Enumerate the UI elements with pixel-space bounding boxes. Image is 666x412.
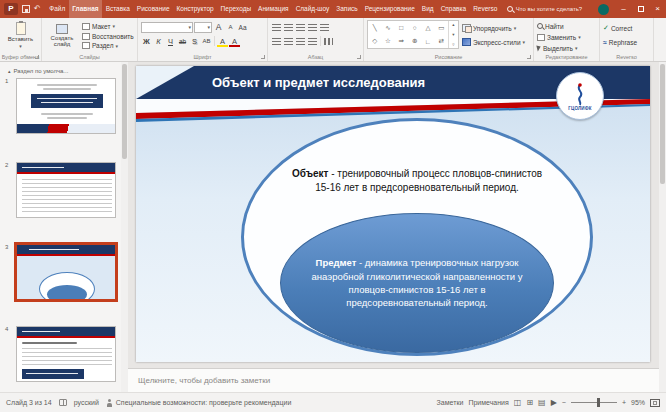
increase-indent-button[interactable]	[307, 21, 318, 33]
zoom-in-button[interactable]: +	[622, 399, 626, 406]
section-button[interactable]: Раздел ▾	[82, 41, 134, 50]
shape-plus-icon[interactable]: ⊕	[412, 37, 417, 45]
shape-arrow-icon[interactable]: ⇒	[399, 37, 404, 45]
shape-star-icon[interactable]: ☆	[385, 37, 391, 45]
tab-design[interactable]: Конструктор	[173, 0, 217, 18]
fit-to-window-icon[interactable]	[650, 399, 660, 407]
reverso-rephrase-button[interactable]: ≈ Rephrase	[603, 37, 650, 47]
zoom-slider[interactable]	[571, 402, 617, 403]
object-ellipse[interactable]: Объект - тренировочный процесс пловцов-с…	[241, 118, 593, 356]
tab-record[interactable]: Запись	[333, 0, 361, 18]
slide-canvas[interactable]: Объект и предмет исследования ГЦОЛИФК Об…	[136, 66, 650, 362]
font-name-select[interactable]: ▾	[141, 22, 193, 33]
decrease-font-button[interactable]: А	[225, 21, 236, 33]
bullets-button[interactable]	[271, 21, 282, 33]
gallery-down-icon[interactable]: ▾	[452, 32, 454, 37]
slide-scrollbar[interactable]	[659, 62, 666, 392]
tab-file[interactable]: Файл	[46, 0, 69, 18]
tab-insert[interactable]: Вставка	[102, 0, 133, 18]
paste-button[interactable]: Вставить ▾	[3, 20, 38, 50]
minimize-button[interactable]: –	[615, 0, 632, 18]
shape-angle-icon[interactable]: ∟	[425, 38, 431, 45]
quick-styles-button[interactable]: Экспресс-стили ▾	[462, 37, 525, 47]
accessibility-button[interactable]: Специальные возможности: проверьте реком…	[106, 399, 292, 407]
tab-slideshow[interactable]: Слайд-шоу	[292, 0, 333, 18]
reverso-correct-button[interactable]: ✓ Correct	[603, 23, 650, 33]
thumbnail-slide-4[interactable]: 4	[16, 326, 116, 382]
dialog-launcher-icon[interactable]	[527, 55, 531, 59]
scrollbar-thumb[interactable]	[660, 64, 665, 184]
notes-toggle[interactable]: Заметки	[437, 399, 464, 406]
dialog-launcher-icon[interactable]	[35, 55, 39, 59]
shape-rectangle-icon[interactable]: □	[399, 24, 403, 31]
zoom-slider-thumb[interactable]	[597, 398, 600, 407]
change-case-button[interactable]: Аа	[237, 21, 248, 33]
shapes-gallery[interactable]: ╲ ∿ □ ○ △ ▭ ◇ ☆ ⇒ ⊕ ∟ ⇄ ▴ ▾ ▿	[367, 20, 459, 49]
underline-button[interactable]: Ч	[165, 35, 176, 47]
shape-diamond-icon[interactable]: ◇	[372, 37, 377, 45]
close-button[interactable]: ×	[649, 0, 666, 18]
bold-button[interactable]: Ж	[141, 35, 152, 47]
zoom-out-button[interactable]: −	[562, 399, 566, 406]
subject-ellipse[interactable]: Предмет - динамика тренировочных нагрузо…	[280, 213, 554, 353]
tab-help[interactable]: Справка	[437, 0, 470, 18]
thumbnail-scrollbar[interactable]	[121, 62, 128, 392]
shape-triangle-icon[interactable]: △	[425, 24, 430, 32]
notes-pane[interactable]: Щелкните, чтобы добавить заметки	[128, 368, 659, 392]
shape-curve-icon[interactable]: ∿	[385, 24, 390, 32]
shape-line-icon[interactable]: ╲	[373, 24, 377, 32]
font-color-button[interactable]: А	[229, 35, 240, 47]
decrease-indent-button[interactable]	[295, 21, 306, 33]
undo-icon[interactable]: ↶	[34, 0, 41, 18]
numbering-button[interactable]	[283, 21, 294, 33]
save-icon[interactable]	[22, 5, 30, 13]
reading-view-button[interactable]: ▤	[538, 398, 546, 407]
spellcheck-button[interactable]	[59, 399, 67, 406]
new-slide-button[interactable]: Создать слайд	[45, 20, 79, 50]
arrange-button[interactable]: Упорядочить ▾	[462, 23, 525, 33]
thumbnail-slide-2[interactable]: 2	[16, 162, 116, 218]
shape-parallelogram-icon[interactable]: ▭	[438, 24, 444, 32]
dialog-launcher-icon[interactable]	[261, 55, 265, 59]
tab-review[interactable]: Рецензирование	[361, 0, 418, 18]
align-right-button[interactable]	[295, 35, 306, 47]
normal-view-button[interactable]: ◫	[514, 398, 522, 407]
gallery-up-icon[interactable]: ▴	[452, 22, 454, 27]
tell-me-search[interactable]: Что вы хотите сделать?	[507, 0, 582, 18]
tab-draw[interactable]: Рисование	[133, 0, 173, 18]
align-center-button[interactable]	[283, 35, 294, 47]
highlight-color-button[interactable]: А	[217, 35, 228, 47]
tab-view[interactable]: Вид	[418, 0, 437, 18]
thumbnail-slide-1[interactable]: 1	[16, 78, 116, 134]
text-shadow-button[interactable]: S	[189, 35, 200, 47]
tab-home[interactable]: Главная	[69, 0, 102, 18]
layout-button[interactable]: Макет ▾	[82, 22, 134, 31]
powerpoint-app-icon[interactable]: P	[4, 3, 18, 15]
section-header[interactable]: ▴ Раздел по умолча...	[0, 62, 121, 76]
tab-animations[interactable]: Анимация	[255, 0, 293, 18]
align-left-button[interactable]	[271, 35, 282, 47]
replace-button[interactable]: Заменить ▾	[537, 32, 596, 42]
line-spacing-button[interactable]	[319, 21, 330, 33]
italic-button[interactable]: К	[153, 35, 164, 47]
reset-button[interactable]: Восстановить	[82, 32, 134, 41]
slide-sorter-button[interactable]: ⊞	[526, 398, 533, 407]
find-button[interactable]: Найти	[537, 21, 596, 31]
columns-button[interactable]	[323, 35, 334, 47]
shape-ellipse-icon[interactable]: ○	[413, 24, 417, 31]
dialog-launcher-icon[interactable]	[357, 55, 361, 59]
increase-font-button[interactable]: А	[213, 21, 224, 33]
gallery-more-icon[interactable]: ▿	[452, 42, 454, 47]
character-spacing-button[interactable]: АВ	[201, 35, 212, 47]
restore-button[interactable]	[632, 0, 649, 19]
tab-reverso[interactable]: Reverso	[470, 0, 501, 18]
comments-toggle[interactable]: Примечания	[468, 399, 508, 406]
tab-transitions[interactable]: Переходы	[217, 0, 255, 18]
justify-button[interactable]	[307, 35, 318, 47]
slideshow-button[interactable]: ▶	[551, 398, 557, 407]
thumbnail-slide-3[interactable]: 3	[16, 244, 116, 300]
select-button[interactable]: Выделить ▾	[537, 43, 596, 53]
shape-double-arrow-icon[interactable]: ⇄	[439, 37, 444, 45]
strikethrough-button[interactable]: ab	[177, 35, 188, 47]
zoom-level[interactable]: 95%	[631, 399, 645, 406]
